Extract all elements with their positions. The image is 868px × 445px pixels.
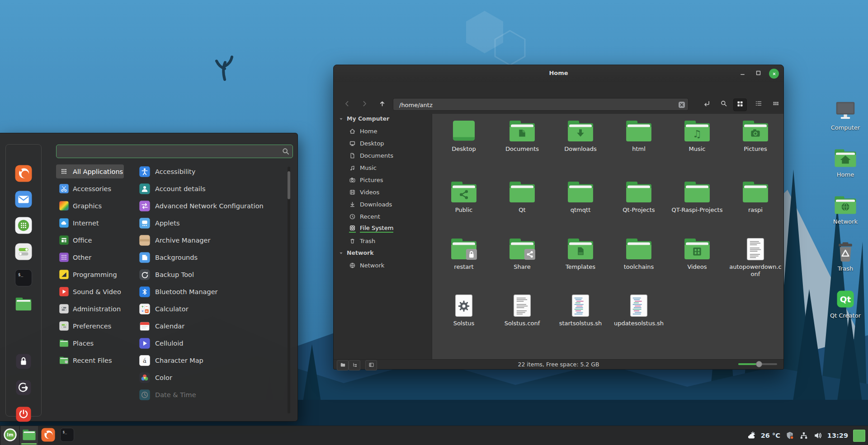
file-item-qt-projects[interactable]: Qt-Projects	[612, 179, 666, 214]
favorite-firefox[interactable]	[15, 165, 32, 182]
forward-button[interactable]	[358, 98, 371, 111]
list-view-button[interactable]	[752, 98, 765, 110]
file-item-raspi[interactable]: raspi	[728, 179, 783, 214]
sidebar-section-network[interactable]: Network	[339, 248, 374, 257]
file-item-desktop[interactable]: Desktop	[437, 118, 491, 153]
sidebar-item-home[interactable]: Home	[349, 126, 377, 136]
search-button[interactable]	[717, 98, 730, 110]
file-item-share[interactable]: Share	[495, 236, 549, 271]
weather-icon[interactable]	[747, 431, 756, 440]
category-accessories[interactable]: Accessories	[56, 182, 124, 196]
file-item-solstus[interactable]: Solstus	[437, 293, 491, 327]
location-input[interactable]	[398, 99, 667, 110]
menu-go[interactable]	[361, 87, 369, 90]
file-item-documents[interactable]: Documents	[495, 118, 549, 153]
file-item-templates[interactable]: Templates	[553, 236, 608, 271]
menu-help[interactable]	[377, 87, 385, 90]
category-programming[interactable]: Programming	[56, 267, 124, 281]
category-graphics[interactable]: Graphics	[56, 199, 124, 213]
category-administration[interactable]: Administration	[56, 302, 124, 316]
menu-search-input[interactable]	[60, 146, 279, 158]
menu-scrollbar[interactable]	[288, 167, 290, 413]
app-bluetooth-manager[interactable]: Bluetooth Manager	[137, 285, 286, 299]
menu-scrollbar-thumb[interactable]	[288, 171, 290, 199]
app-date-time[interactable]: Date & Time	[137, 388, 286, 402]
menu-bookmarks[interactable]	[369, 87, 377, 90]
app-archive-manager[interactable]: Archive Manager	[137, 233, 286, 247]
taskbar-firefox[interactable]	[39, 426, 57, 445]
app-celluloid[interactable]: Celluloid	[137, 336, 286, 350]
maximize-button[interactable]	[753, 69, 763, 79]
compact-view-button[interactable]	[769, 98, 782, 110]
clear-location-icon[interactable]	[678, 101, 685, 108]
menu-file[interactable]	[336, 87, 344, 90]
sidebar-item-trash[interactable]: Trash	[349, 236, 375, 246]
sidebar-item-recent[interactable]: Recent	[349, 211, 380, 221]
file-item-toolchains[interactable]: toolchains	[612, 236, 666, 271]
favorite-mail[interactable]	[15, 191, 32, 208]
file-item-videos[interactable]: Videos	[670, 236, 724, 271]
titlebar[interactable]: Home	[334, 65, 783, 82]
menu-edit[interactable]	[344, 87, 353, 90]
session-lock-screen[interactable]	[16, 354, 31, 369]
app-backup-tool[interactable]: Backup Tool	[137, 267, 286, 281]
desktop-icon-computer[interactable]: Computer	[822, 100, 868, 131]
category-places[interactable]: Places	[56, 336, 124, 350]
favorite-terminal[interactable]: $_	[15, 269, 32, 286]
menu-view[interactable]	[353, 87, 361, 90]
sidebar-item-desktop[interactable]: Desktop	[349, 138, 384, 148]
sidebar-item-videos[interactable]: Videos	[349, 187, 379, 197]
sidebar-item-network[interactable]: Network	[349, 260, 384, 270]
desktop-icon-network[interactable]: Network	[822, 194, 868, 225]
file-item-music[interactable]: ♫ Music	[670, 118, 724, 153]
file-item-downloads[interactable]: Downloads	[553, 118, 608, 153]
app-accessibility[interactable]: Accessibility	[137, 164, 286, 178]
taskbar-files[interactable]	[20, 426, 38, 445]
app-character-map[interactable]: á Character Map	[137, 353, 286, 367]
category-recent-files[interactable]: Recent Files	[56, 353, 124, 367]
file-item-public[interactable]: Public	[437, 179, 491, 214]
file-item-restart[interactable]: restart	[437, 236, 491, 271]
sidebar-item-file-system[interactable]: File System	[349, 224, 393, 234]
app-account-details[interactable]: Account details	[137, 182, 286, 196]
taskbar-terminal[interactable]: $_	[58, 426, 76, 445]
category-other[interactable]: Other	[56, 250, 124, 264]
file-item-html[interactable]: html	[612, 118, 666, 153]
minimize-button[interactable]	[737, 69, 747, 79]
app-calculator[interactable]: +−×= Calculator	[137, 302, 286, 316]
desktop-icon-home[interactable]: Home	[822, 147, 868, 178]
zoom-slider-knob[interactable]	[756, 361, 762, 367]
app-color[interactable]: Color	[137, 370, 286, 384]
app-advanced-network-configuration[interactable]: Advanced Network Configuration	[137, 199, 286, 213]
file-item-qtmqtt[interactable]: qtmqtt	[553, 179, 608, 214]
sidebar-section-my-computer[interactable]: My Computer	[339, 114, 389, 123]
app-calendar[interactable]: Calendar	[137, 319, 286, 333]
category-internet[interactable]: Internet	[56, 216, 124, 230]
file-item-startsolstus-sh[interactable]: startsolstus.sh	[553, 293, 608, 327]
shield-icon[interactable]	[785, 431, 794, 440]
favorite-files[interactable]	[15, 295, 32, 313]
net-tray-icon[interactable]	[799, 431, 808, 440]
category-all-applications[interactable]: All Applications	[56, 164, 124, 178]
session-logout[interactable]	[16, 380, 31, 395]
show-desktop-button[interactable]	[853, 430, 865, 442]
desktop-icon-qt-creator[interactable]: Qt Qt Creator	[822, 288, 868, 319]
back-button[interactable]	[340, 98, 354, 111]
file-item-qt-raspi-projects[interactable]: QT-Raspi-Projects	[670, 179, 724, 214]
zoom-slider[interactable]	[738, 363, 777, 365]
category-sound-video[interactable]: Sound & Video	[56, 285, 124, 299]
close-button[interactable]	[769, 69, 779, 79]
file-item-pictures[interactable]: Pictures	[728, 118, 783, 153]
taskbar-menu[interactable]: lm	[1, 426, 19, 445]
category-preferences[interactable]: Preferences	[56, 319, 124, 333]
category-office[interactable]: Office	[56, 233, 124, 247]
session-quit[interactable]	[16, 407, 31, 422]
file-item-autopowerdown-conf[interactable]: autopowerdown.conf	[728, 236, 783, 278]
sidebar-item-documents[interactable]: Documents	[349, 150, 393, 160]
app-applets[interactable]: Applets	[137, 216, 286, 230]
up-button[interactable]	[375, 98, 389, 111]
file-item-qt[interactable]: Qt	[495, 179, 549, 214]
sidebar-item-music[interactable]: Music	[349, 163, 377, 173]
speaker-icon[interactable]	[813, 431, 822, 440]
favorite-software-manager[interactable]	[15, 217, 32, 234]
